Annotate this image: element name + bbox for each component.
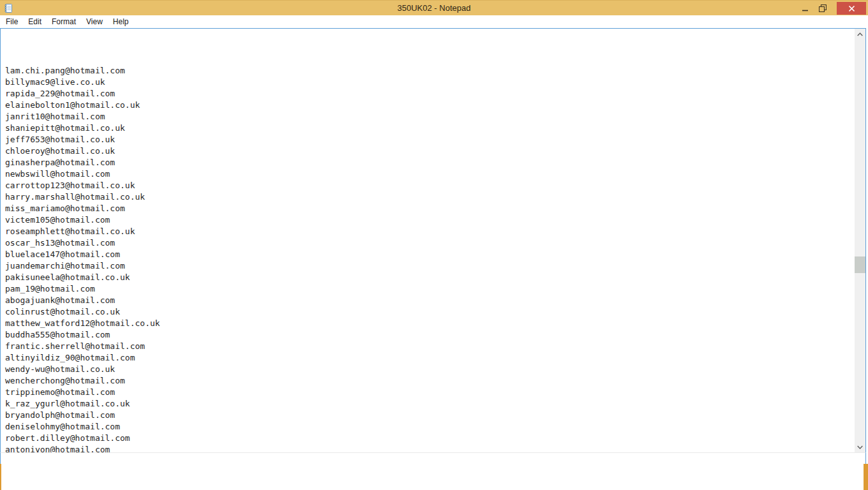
text-line: lam.chi.pang@hotmail.com [5, 65, 852, 77]
text-line: carrottop123@hotmail.co.uk [5, 180, 852, 191]
text-line: jeff7653@hotmail.co.uk [5, 134, 852, 145]
text-line: chloeroy@hotmail.co.uk [5, 145, 852, 157]
text-line: deniselohmy@hotmail.com [5, 421, 852, 433]
menu-item[interactable]: Help [108, 16, 134, 27]
text-line: colinrust@hotmail.co.uk [5, 306, 852, 318]
menubar: FileEditFormatViewHelp [0, 15, 868, 28]
text-editor[interactable]: lam.chi.pang@hotmail.combillymac9@live.c… [0, 28, 866, 453]
text-line: miss_mariamo@hotmail.com [5, 203, 852, 214]
restore-button[interactable] [814, 1, 832, 16]
text-line: buddha555@hotmail.com [5, 329, 852, 341]
desktop-right-sliver [864, 464, 868, 490]
text-line: juandemarchi@hotmail.com [5, 260, 852, 272]
text-line: billymac9@live.co.uk [5, 77, 852, 88]
close-icon [848, 5, 855, 12]
background-window [0, 464, 868, 490]
text-line: matthew_watford12@hotmail.co.uk [5, 318, 852, 329]
text-line: oscar_hs13@hotmail.com [5, 237, 852, 249]
text-line: elainebolton1@hotmail.co.uk [5, 100, 852, 111]
desktop-left-sliver [0, 464, 1, 490]
vertical-scrollbar[interactable] [855, 29, 865, 452]
screen: 350UK02 - Notepad [0, 0, 868, 490]
text-line: wencherchong@hotmail.com [5, 375, 852, 387]
chevron-down-icon [857, 445, 863, 449]
titlebar[interactable]: 350UK02 - Notepad [0, 0, 868, 15]
text-line: janrit10@hotmail.com [5, 111, 852, 122]
text-line: rapida_229@hotmail.com [5, 88, 852, 100]
text-line: pakisuneela@hotmail.co.uk [5, 272, 852, 283]
text-line: k_raz_ygurl@hotmail.co.uk [5, 398, 852, 410]
menu-item[interactable]: Format [47, 16, 81, 27]
text-line: abogajuank@hotmail.com [5, 295, 852, 306]
text-line: ginasherpa@hotmail.com [5, 157, 852, 168]
editor-text[interactable]: lam.chi.pang@hotmail.combillymac9@live.c… [1, 29, 855, 452]
chevron-up-icon [857, 33, 863, 36]
text-line: bryandolph@hotmail.com [5, 410, 852, 421]
menu-item[interactable]: Edit [23, 16, 47, 27]
text-line: altinyildiz_90@hotmail.com [5, 352, 852, 364]
menu-item[interactable]: File [1, 16, 23, 27]
scroll-down-button[interactable] [855, 442, 865, 452]
text-line: roseamphlett@hotmail.co.uk [5, 226, 852, 237]
close-button[interactable] [837, 2, 866, 15]
text-line: harry.marshall@hotmail.co.uk [5, 191, 852, 203]
text-line: antoniyon@hotmail.com [5, 444, 852, 452]
window-bottom-strip [0, 453, 866, 464]
window-title: 350UK02 - Notepad [398, 3, 471, 13]
text-line: newbswill@hotmail.com [5, 168, 852, 180]
text-line: pam_19@hotmail.com [5, 283, 852, 295]
text-line: frantic.sherrell@hotmail.com [5, 341, 852, 352]
window-controls [796, 1, 867, 16]
text-line: shaniepitt@hotmail.co.uk [5, 122, 852, 134]
text-line: wendy-wu@hotmail.co.uk [5, 364, 852, 375]
notepad-window: 350UK02 - Notepad [0, 0, 868, 464]
scroll-up-button[interactable] [855, 29, 865, 40]
minimize-button[interactable] [796, 1, 814, 16]
notepad-icon [3, 3, 13, 13]
restore-icon [819, 4, 827, 12]
text-line: robert.dilley@hotmail.com [5, 433, 852, 444]
minimize-icon [802, 5, 809, 12]
text-line: trippinemo@hotmail.com [5, 387, 852, 398]
text-line: victem105@hotmail.com [5, 214, 852, 226]
scrollbar-thumb[interactable] [855, 256, 865, 273]
menu-item[interactable]: View [81, 16, 108, 27]
text-line: bluelace147@hotmail.com [5, 249, 852, 260]
